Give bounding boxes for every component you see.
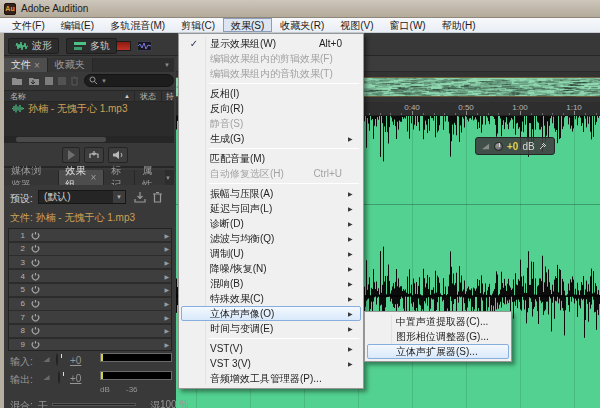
menu-item[interactable]: 编辑效果组内的剪辑效果(F) [181,51,361,66]
menu-item[interactable]: 图形相位调整器(G)... [367,329,509,344]
menu-item[interactable]: 滤波与均衡(Q)▶ [181,231,361,246]
menu-item[interactable]: 降噪/恢复(N)▶ [181,261,361,276]
power-icon[interactable] [31,299,40,308]
power-icon[interactable] [31,326,40,335]
power-icon[interactable] [31,272,40,281]
menubar-item[interactable]: 收藏夹(R) [272,18,332,32]
input-gain-knob[interactable] [56,353,58,366]
rack-slot-row[interactable]: 1▶ [9,229,172,242]
power-icon[interactable] [31,244,40,253]
menubar-item[interactable]: 效果(S) [223,18,272,32]
loop-playback-button[interactable] [84,147,104,163]
play-button[interactable] [62,147,80,163]
new-file-icon[interactable] [44,76,54,86]
menu-item[interactable]: 立体声声像(O)▶ [181,306,361,321]
menu-item[interactable]: VST 3(V)▶ [181,356,361,371]
files-hscrollbar[interactable] [4,136,174,143]
tab-markers[interactable]: 标记 [104,170,135,185]
tab-favorites[interactable]: 收藏夹 [48,58,93,72]
mix-slider[interactable] [52,403,136,406]
multitrack-view-button[interactable]: 多轨 [66,38,117,54]
file-name[interactable]: 孙楠 - 无愧于心 1.mp3 [28,102,127,116]
menu-item[interactable]: 反向(R) [181,101,361,116]
files-hscrollbar-thumb[interactable] [16,137,106,142]
rack-slot-arrow-icon[interactable]: ▶ [164,314,169,321]
column-duration[interactable]: 持 [162,91,174,102]
menubar-item[interactable]: 文件(F) [4,18,53,32]
volume-knob-icon[interactable] [494,142,503,151]
rack-slot-row[interactable]: 6▶ [9,298,172,311]
tab-effects-rack[interactable]: 效果组 × [59,170,105,185]
import-folder-icon[interactable] [28,76,40,86]
rack-panel-menu-icon[interactable]: ▼ [165,170,174,185]
menu-item[interactable]: 音频增效工具管理器(P)... [181,371,361,386]
power-icon[interactable] [31,231,40,240]
rack-slot-row[interactable]: 9▶ [9,339,172,351]
panel-menu-icon[interactable]: ▼ [164,58,174,72]
spectral-display-icon[interactable] [116,41,131,51]
power-icon[interactable] [31,258,40,267]
waveform-view-button[interactable]: 波形 [8,38,59,54]
menu-item[interactable]: 混响(B)▶ [181,276,361,291]
power-icon[interactable] [31,313,40,322]
menu-item[interactable]: 特殊效果(C)▶ [181,291,361,306]
input-gain-value[interactable]: +0 [70,355,81,366]
menubar-item[interactable]: 视图(V) [332,18,381,32]
menubar-item[interactable]: 编辑(E) [53,18,102,32]
rack-slot-arrow-icon[interactable]: ▶ [164,232,169,239]
rack-slot-row[interactable]: 3▶ [9,256,172,269]
menubar-item[interactable]: 帮助(H) [434,18,484,32]
menu-item[interactable]: 生成(G)▶ [181,131,361,146]
menu-item[interactable]: 诊断(D)▶ [181,216,361,231]
rack-slot-row[interactable]: 4▶ [9,270,172,283]
menubar-item[interactable]: 窗口(W) [382,18,434,32]
rack-slot-arrow-icon[interactable]: ▶ [164,259,169,266]
rack-slot-row[interactable]: 2▶ [9,243,172,256]
rack-slot-arrow-icon[interactable]: ▶ [164,245,169,252]
scan-display-icon[interactable] [137,41,152,51]
files-list-header[interactable]: 名称 ▲ 状态 持 [4,90,174,102]
save-preset-icon[interactable] [134,191,146,203]
column-status[interactable]: 状态 [135,91,161,102]
file-row[interactable]: 孙楠 - 无愧于心 1.mp3 [4,102,174,115]
preset-dropdown-icon[interactable]: ▼ [113,191,125,203]
rack-slot-arrow-icon[interactable]: ▶ [164,286,169,293]
open-folder-icon[interactable] [11,76,23,86]
output-gain-value[interactable]: +0 [70,373,81,384]
power-icon[interactable] [31,285,40,294]
menu-item[interactable]: 调制(U)▶ [181,246,361,261]
rack-slot-row[interactable]: 7▶ [9,311,172,324]
menu-item[interactable]: 编辑效果组内的音轨效果(T) [181,66,361,81]
output-gain-knob[interactable] [58,371,60,384]
menu-item[interactable]: 延迟与回声(L)▶ [181,201,361,216]
sort-asc-icon[interactable]: ▲ [124,93,130,99]
power-icon[interactable] [31,340,40,349]
menu-item[interactable]: 振幅与压限(A)▶ [181,186,361,201]
rack-slot-arrow-icon[interactable]: ▶ [164,273,169,280]
preset-dropdown[interactable]: (默认) ▼ [38,190,126,204]
rack-slot-arrow-icon[interactable]: ▶ [164,300,169,307]
tab-rack-close-icon[interactable]: × [91,172,97,183]
tab-close-icon[interactable]: × [34,60,40,71]
tab-files[interactable]: 文件 × [4,58,48,72]
search-dropdown-icon[interactable]: ▼ [101,78,107,84]
menubar-item[interactable]: 剪辑(C) [173,18,223,32]
hud-gain-value[interactable]: +0 [507,141,518,152]
menu-item[interactable]: VST(V)▶ [181,341,361,356]
column-name[interactable]: 名称 [4,91,26,102]
menu-item[interactable]: 自动修复选区(H)Ctrl+U [181,166,361,181]
autoplay-button[interactable] [108,147,128,163]
menu-item[interactable]: 中置声道提取器(C)... [367,314,509,329]
menu-item[interactable]: 静音(S) [181,116,361,131]
menu-item[interactable]: ✓显示效果组(W)Alt+0 [181,36,361,51]
tab-media-browser[interactable]: 媒体浏览器 [4,170,59,185]
tab-properties[interactable]: 属性 [135,170,165,185]
rack-slot-row[interactable]: 8▶ [9,325,172,338]
menu-item[interactable]: 立体声扩展器(S)... [367,344,509,359]
rack-slot-arrow-icon[interactable]: ▶ [164,327,169,334]
rack-slot-row[interactable]: 5▶ [9,284,172,297]
menubar-item[interactable]: 多轨混音(M) [102,18,173,32]
pin-icon[interactable] [539,142,547,150]
menu-item[interactable]: 匹配音量(M) [181,151,361,166]
delete-preset-icon[interactable] [152,191,163,203]
